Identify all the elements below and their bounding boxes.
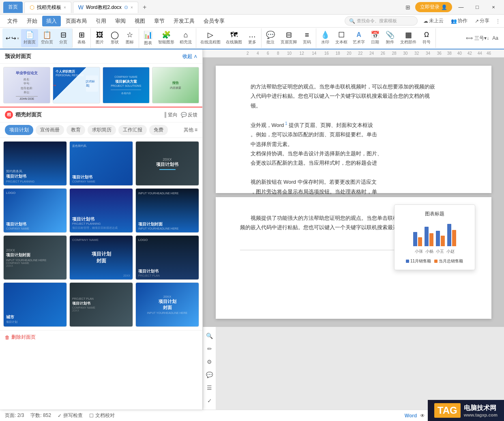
status-page[interactable]: 页面: 2/3 <box>5 412 24 419</box>
login-button[interactable]: 立即登录 👤 <box>415 2 452 12</box>
filter-more-button[interactable]: 其他 ≡ <box>184 127 197 133</box>
bar-zhang-nov <box>413 232 417 246</box>
header-footer-button[interactable]: ⊟ 页眉页脚 <box>278 29 299 47</box>
daoke-flow-button[interactable]: ⌂ 稻壳流 <box>177 29 194 47</box>
new-tab-button[interactable]: + <box>140 2 150 12</box>
sidebar-settings-icon[interactable]: ⚙ <box>204 356 215 367</box>
more-button[interactable]: … 更多 <box>245 29 260 47</box>
menu-dev[interactable]: 开发工具 <box>169 16 199 26</box>
search-placeholder: 查找命令、搜索模板 <box>357 18 397 24</box>
online-flow-button[interactable]: ▷ 在线流程图 <box>198 29 223 47</box>
gallery-item-5[interactable]: 项目计划书 PROJECT PLANNING 项目目标管理，确项目目标描述达成 <box>69 188 133 233</box>
comment-button[interactable]: 💬 批注 <box>263 29 278 47</box>
gallery-item-9[interactable]: LOGO 项目计划书 PROJECT PLAN <box>135 235 199 280</box>
search-box[interactable]: 🔍 查找命令、搜索模板 <box>345 16 418 26</box>
status-align[interactable]: ☐ 文档校对 <box>89 412 115 419</box>
sidebar-edit-icon[interactable]: ✏ <box>204 343 215 354</box>
gallery-item-7[interactable]: 20XX 项目计划封面 INPUT YOURHEADLINE HERE COMP… <box>3 235 67 280</box>
close-button[interactable]: × <box>486 2 501 13</box>
gallery-item-11[interactable]: PROJECT PLAN 项目计划书 COMPANY NAME 20XX <box>69 282 133 327</box>
preset-cover-project[interactable]: COMPANY NAME 项目解决方案 PROJECT SOLUTIONS 各项… <box>103 67 150 103</box>
template-icon: ⬡ <box>30 4 34 11</box>
cloud-save-button[interactable]: ☁ 未上云 <box>421 17 446 25</box>
chart-button[interactable]: 📊 图表 <box>141 29 155 47</box>
blank-page-button[interactable]: 📋 空白页 <box>39 29 56 47</box>
menu-chapter[interactable]: 章节 <box>150 16 169 26</box>
symbol-button[interactable]: Ω 符号 <box>419 29 434 47</box>
menu-page-layout[interactable]: 页面布局 <box>62 16 91 26</box>
menu-reference[interactable]: 引用 <box>92 16 110 26</box>
art-text-button[interactable]: A 艺术字 <box>350 29 367 47</box>
filter-free[interactable]: 免费 <box>149 125 168 135</box>
preset-cover-resume[interactable]: 个人求职简历 PERSONAL RESUME [文档标题] → <box>53 67 100 103</box>
feedback-button[interactable]: 💬 反馈 <box>181 112 197 118</box>
shapes-button[interactable]: ◯ 形状 <box>107 29 122 47</box>
menu-start[interactable]: 开始 <box>23 16 41 26</box>
collab-button[interactable]: 👥 协作 <box>448 17 470 25</box>
page-num-button[interactable]: ≡ 页码 <box>300 29 314 47</box>
delete-cover-button[interactable]: 🗑 删除封面页 <box>0 330 202 344</box>
filter-project-plan[interactable]: 项目计划 <box>5 125 33 135</box>
doc-text-2: 入代码中进行粘贴。您也可以键入一个关键字以联机搜索最适合您的文档的视 <box>240 91 467 101</box>
date-button[interactable]: 📅 日期 <box>368 29 382 47</box>
tab-home[interactable]: 首页 <box>3 2 23 13</box>
online-mind-button[interactable]: 🗺 在线脑图 <box>223 29 244 47</box>
sidebar-nav-icon[interactable]: ☰ <box>204 382 215 393</box>
menu-file[interactable]: 文件 <box>3 16 22 26</box>
vertical-button[interactable]: ║ 竖向 <box>163 112 178 118</box>
gallery-item-2[interactable]: 蓝色简约风 项目计划书 COMPANY NAME <box>69 141 133 186</box>
feedback-label: 反馈 <box>188 112 197 118</box>
page-break-button[interactable]: ⊟ 分页 <box>56 29 71 47</box>
attachment-button[interactable]: 📎 附件 <box>383 29 397 47</box>
menu-insert[interactable]: 插入 <box>42 16 61 26</box>
preset-cover-green[interactable]: 报告 内容摘要 <box>152 67 199 103</box>
smart-art-button[interactable]: 🧩 智能图形 <box>156 29 177 47</box>
status-spell[interactable]: ✓ 拼写检查 <box>58 412 83 419</box>
template-tab-close[interactable]: × <box>64 5 66 10</box>
status-word-count[interactable]: 字数: 852 <box>30 412 51 419</box>
tab-doc[interactable]: W Word教程2.docx ⊙ × <box>73 2 138 13</box>
doc-tab-label: Word教程2.docx <box>86 4 122 11</box>
gallery-item-10[interactable]: 城市 项目计划 <box>3 282 67 327</box>
undo-buttons[interactable]: ↩ ↪ ▾ <box>4 29 21 47</box>
vertical-icon: ║ <box>163 112 167 118</box>
minimize-button[interactable]: — <box>454 2 468 13</box>
grid-view-button[interactable]: ⊞ <box>402 2 414 12</box>
cover-page-button[interactable]: 📄 封面页 <box>21 29 38 47</box>
gallery-item-3[interactable]: 20XX 项目计划书 <box>135 141 199 186</box>
picture-button[interactable]: 🖼 图片 <box>92 29 107 47</box>
sidebar-comment-icon[interactable]: 💬 <box>204 369 215 380</box>
menu-review[interactable]: 审阅 <box>111 16 130 26</box>
filter-resume[interactable]: 求职简历 <box>88 125 116 135</box>
bar-yang-total <box>429 233 433 246</box>
more-options-button[interactable]: ⋮ <box>495 18 501 24</box>
collapse-button[interactable]: 收起 ∧ <box>182 53 197 60</box>
gallery-item-12[interactable]: 20XX 项目计划封面 INPUT YOURHEADLINE HERE <box>135 282 199 327</box>
filter-brochure[interactable]: 宣传画册 <box>36 125 64 135</box>
watermark-button[interactable]: 💧 水印 <box>318 29 332 47</box>
gallery-item-4[interactable]: LOGO 项目计划书 COMPANY NAME <box>3 188 67 233</box>
page-num-icon: ≡ <box>305 31 309 39</box>
sidebar-spell-icon[interactable]: ✓ <box>204 395 215 406</box>
share-button[interactable]: ↗ 分享 <box>472 17 492 25</box>
gallery-item-8[interactable]: COMPANY NAME 项目计划封面 20XX <box>69 235 133 280</box>
menu-vip[interactable]: 会员专享 <box>199 16 229 26</box>
doc-pin[interactable]: ⊙ <box>124 4 128 10</box>
doc-tab-close[interactable]: × <box>131 5 133 10</box>
sidebar-search-icon[interactable]: 🔍 <box>204 330 215 342</box>
preset-cover-academic[interactable]: 毕业学位论文 姓名: 学号: 指导老师: 单位: JOHN DOE <box>3 67 50 103</box>
filter-work-report[interactable]: 工作汇报 <box>118 125 147 135</box>
shapes-icon: ◯ <box>111 31 119 39</box>
icons-button[interactable]: ☆ 图标 <box>122 29 137 47</box>
textbox-button[interactable]: ☐ 文本框 <box>333 29 350 47</box>
document-scroll[interactable]: 的方法帮助您证明您的观点。当您单击联机视频时，可以在想要添加的视频的嵌 入代码中… <box>203 58 504 327</box>
table-button[interactable]: ⊞ 表格 <box>74 29 89 47</box>
maximize-button[interactable]: □ <box>470 2 485 13</box>
gallery-item-6[interactable]: INPUT YOURHEADLINE HERE 项目计划封面 INPUT YOU… <box>135 188 199 233</box>
menu-view[interactable]: 视图 <box>131 16 149 26</box>
tab-template[interactable]: ⬡ 找稻壳模板 × <box>24 2 71 13</box>
doc-parts-button[interactable]: ▦ 文档部件 <box>398 29 419 47</box>
filter-education[interactable]: 教育 <box>66 125 85 135</box>
view-mode-read[interactable]: 👁 <box>420 413 425 419</box>
gallery-item-1[interactable]: 简约商务风 项目计划书 PROJECT PLANNING <box>3 141 67 186</box>
